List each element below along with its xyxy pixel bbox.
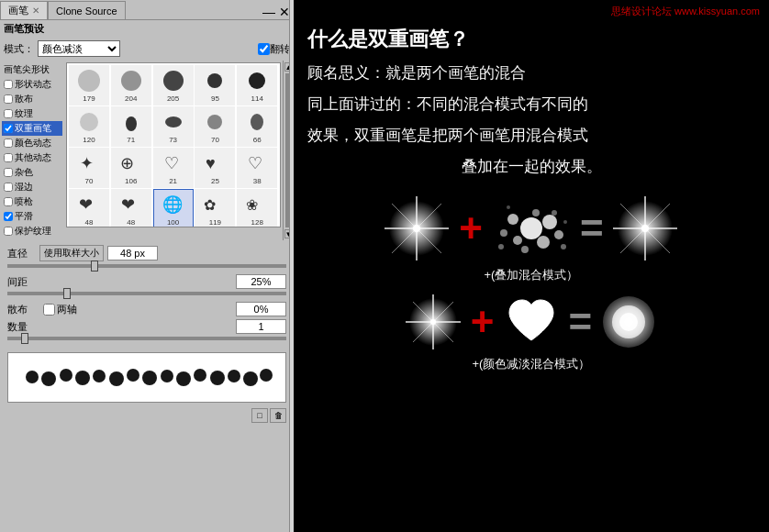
- svg-point-27: [142, 371, 157, 385]
- flip-row: 翻转: [258, 42, 290, 56]
- brush-item[interactable]: ⊕ 106: [111, 148, 151, 188]
- count-slider-track[interactable]: [7, 337, 286, 340]
- equation1-label: +(叠加混合模式）: [307, 267, 755, 283]
- option-noise[interactable]: 杂色: [2, 165, 62, 180]
- brush-item[interactable]: ♡ 38: [237, 148, 277, 188]
- diameter-slider-thumb[interactable]: [91, 260, 98, 272]
- spacing-slider-row: [7, 292, 286, 299]
- spacing-label: 间距: [7, 275, 39, 289]
- svg-point-24: [93, 370, 106, 382]
- svg-point-33: [243, 371, 258, 386]
- brush-item[interactable]: 95: [195, 65, 235, 105]
- texture-check[interactable]: [4, 109, 13, 118]
- brush-item[interactable]: ❤ 48: [69, 189, 109, 227]
- svg-point-68: [563, 220, 567, 224]
- svg-point-21: [41, 371, 56, 386]
- brush-item[interactable]: ✿ 119: [195, 189, 235, 227]
- svg-text:🌐: 🌐: [162, 194, 184, 215]
- option-dual-brush[interactable]: 双重画笔: [2, 121, 62, 136]
- tab-brush[interactable]: 画笔 ✕: [0, 1, 48, 19]
- option-brush-tip[interactable]: 画笔尖形状: [2, 62, 62, 77]
- diameter-slider-track[interactable]: [7, 264, 286, 268]
- svg-point-32: [228, 370, 240, 382]
- option-label: 保护纹理: [15, 225, 51, 238]
- spacing-slider-track[interactable]: [7, 292, 286, 295]
- option-airbrush[interactable]: 喷枪: [2, 194, 62, 209]
- svg-point-61: [554, 230, 563, 239]
- scatter-check[interactable]: [4, 94, 13, 104]
- brush-item[interactable]: 71: [111, 106, 151, 147]
- count-row: 数量: [7, 319, 286, 334]
- spacing-input[interactable]: [236, 274, 286, 289]
- tutorial-area: 思绪设计论坛 www.kissyuan.com 什么是双重画笔？ 顾名思义：就是…: [294, 0, 769, 532]
- create-new-brush-btn[interactable]: □: [251, 408, 268, 423]
- tab-clone-source[interactable]: Clone Source: [48, 1, 126, 19]
- color-dynamics-check[interactable]: [4, 139, 13, 148]
- svg-point-74: [641, 225, 649, 232]
- svg-point-3: [207, 73, 222, 88]
- svg-point-55: [520, 217, 542, 239]
- option-texture[interactable]: 纹理: [2, 106, 62, 121]
- count-slider-thumb[interactable]: [21, 333, 28, 344]
- option-shape-dynamics[interactable]: 形状动态: [2, 77, 62, 92]
- brush-item[interactable]: 73: [153, 106, 194, 147]
- brush-item[interactable]: 179: [69, 65, 109, 105]
- tab-brush-close[interactable]: ✕: [32, 6, 39, 16]
- flip-checkbox[interactable]: [258, 43, 270, 55]
- option-label: 形状动态: [15, 78, 51, 91]
- option-color-dynamics[interactable]: 颜色动态: [2, 136, 62, 150]
- mode-select[interactable]: 颜色减淡 正常 叠加: [38, 40, 120, 57]
- spacing-slider-thumb[interactable]: [63, 288, 71, 299]
- brush-item[interactable]: 🌐 100: [153, 189, 194, 227]
- option-smoothing[interactable]: 平滑: [2, 209, 62, 224]
- shape-dynamics-check[interactable]: [4, 80, 13, 89]
- brush-item[interactable]: ❤ 48: [111, 189, 151, 227]
- param-section: 直径 使用取样大小 间距 散布 两轴: [0, 240, 294, 349]
- brush-item[interactable]: ♡ 21: [153, 148, 194, 188]
- delete-brush-btn[interactable]: 🗑: [270, 408, 286, 423]
- svg-point-83: [619, 313, 638, 331]
- smoothing-check[interactable]: [4, 212, 13, 221]
- option-label: 平滑: [15, 210, 33, 223]
- svg-point-57: [542, 215, 557, 229]
- dual-brush-check[interactable]: [4, 124, 13, 133]
- scatter-label: 散布: [7, 303, 39, 316]
- other-dynamics-check[interactable]: [4, 153, 13, 162]
- option-wet-edges[interactable]: 湿边: [2, 180, 62, 194]
- brush-item[interactable]: ✦ 70: [69, 148, 109, 188]
- glowing-orb: [599, 293, 659, 352]
- two-axis-checkbox[interactable]: [43, 304, 55, 316]
- brush-item[interactable]: ♥ 25: [195, 148, 235, 188]
- brush-item[interactable]: 66: [237, 106, 277, 147]
- svg-point-64: [552, 210, 557, 216]
- svg-point-60: [500, 229, 507, 237]
- airbrush-check[interactable]: [4, 197, 13, 206]
- panel-minimize[interactable]: —: [262, 5, 275, 19]
- brush-item[interactable]: 70: [195, 106, 235, 147]
- plus-sign-2: +: [471, 299, 495, 345]
- noise-check[interactable]: [4, 168, 13, 177]
- option-other-dynamics[interactable]: 其他动态: [2, 150, 62, 165]
- brush-item[interactable]: 114: [237, 65, 277, 105]
- diameter-input[interactable]: [107, 246, 158, 260]
- bottom-buttons: □ 🗑: [0, 406, 294, 425]
- svg-point-80: [430, 319, 436, 325]
- brush-item[interactable]: 120: [69, 106, 109, 147]
- count-slider-row: [7, 337, 286, 344]
- wet-edges-check[interactable]: [4, 183, 13, 192]
- option-scatter[interactable]: 散布: [2, 92, 62, 106]
- protect-texture-check[interactable]: [4, 227, 13, 236]
- tab-bar: 画笔 ✕ Clone Source — ✕: [0, 0, 294, 20]
- option-protect-texture[interactable]: 保护纹理: [2, 224, 62, 238]
- scatter-input[interactable]: [236, 302, 286, 316]
- tutorial-line1: 顾名思义：就是两个画笔的混合: [307, 61, 755, 87]
- equals-sign-1: =: [580, 205, 604, 251]
- equals-sign-2: =: [569, 299, 593, 345]
- brush-item[interactable]: ❀ 128: [237, 189, 277, 227]
- panel-title: 画笔预设: [0, 20, 294, 38]
- brush-item[interactable]: 204: [111, 65, 151, 105]
- spacing-row: 间距: [7, 274, 286, 289]
- brush-item[interactable]: 205: [153, 65, 194, 105]
- count-input[interactable]: [236, 319, 286, 334]
- use-sample-size-btn[interactable]: 使用取样大小: [39, 245, 104, 261]
